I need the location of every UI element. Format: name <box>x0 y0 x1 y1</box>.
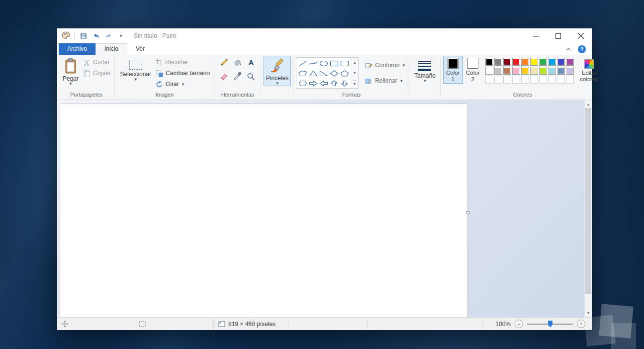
color2-swatch <box>467 58 478 69</box>
fill-tool-button[interactable] <box>231 58 244 67</box>
gallery-more-button[interactable]: ▾ <box>351 78 358 88</box>
help-button[interactable]: ? <box>578 45 586 53</box>
edit-colors-button[interactable]: Editar colores <box>576 56 602 84</box>
close-button[interactable] <box>569 28 592 43</box>
gallery-scroll-up-button[interactable]: ▴ <box>351 58 358 68</box>
palette-swatch-empty[interactable] <box>557 76 565 84</box>
palette-swatch[interactable] <box>530 67 538 75</box>
palette-swatch[interactable] <box>512 58 520 66</box>
save-button[interactable] <box>79 30 89 41</box>
palette-swatch[interactable] <box>494 58 502 66</box>
palette-swatch[interactable] <box>530 58 538 66</box>
palette-swatch[interactable] <box>521 67 529 75</box>
zoom-slider-thumb[interactable] <box>548 321 552 328</box>
palette-swatch-empty[interactable] <box>548 76 556 84</box>
shape-hexagon-button[interactable] <box>297 78 308 88</box>
magnifier-tool-button[interactable] <box>245 72 258 81</box>
vertical-scrollbar-thumb[interactable] <box>585 108 591 294</box>
palette-swatch[interactable] <box>494 67 502 75</box>
customize-quick-access-button[interactable]: ▾ <box>116 30 126 41</box>
shape-line-button[interactable] <box>297 58 308 68</box>
palette-swatch-empty[interactable] <box>512 76 520 84</box>
paste-button[interactable]: Pegar ▾ <box>60 56 81 87</box>
canvas-resize-handle-right[interactable] <box>466 211 469 214</box>
zoom-out-button[interactable]: − <box>515 320 523 328</box>
maximize-button[interactable] <box>547 28 569 43</box>
eraser-tool-button[interactable] <box>218 72 231 81</box>
rotate-button[interactable]: Girar ▾ <box>154 79 212 90</box>
shape-diamond-button[interactable] <box>329 68 339 78</box>
desktop: ▾ Sin título - Paint Archivo Inicio Ver <box>0 0 644 349</box>
shape-arrow-up-button[interactable] <box>329 78 339 88</box>
palette-swatch-empty[interactable] <box>566 76 574 84</box>
palette-swatch-empty[interactable] <box>521 76 529 84</box>
fill-shape-button[interactable]: Rellenar ▾ <box>363 75 407 86</box>
shape-rectangle-button[interactable] <box>329 58 339 68</box>
wallpaper-watermark <box>585 302 640 349</box>
copy-button[interactable]: Copiar <box>81 68 112 79</box>
palette-swatch[interactable] <box>557 58 565 66</box>
palette-swatch[interactable] <box>485 67 493 75</box>
palette-swatch[interactable] <box>566 67 574 75</box>
titlebar[interactable]: ▾ Sin título - Paint <box>57 28 592 43</box>
palette-swatch[interactable] <box>521 58 529 66</box>
outline-button[interactable]: Contorno ▾ <box>363 60 407 71</box>
cut-button[interactable]: Cortar <box>81 57 112 68</box>
gallery-scroll-down-button[interactable]: ▾ <box>351 68 358 79</box>
shape-triangle-button[interactable] <box>308 68 318 78</box>
palette-swatch-empty[interactable] <box>530 76 538 84</box>
palette-swatch[interactable] <box>503 67 511 75</box>
select-button[interactable]: Seleccionar ▾ <box>117 56 154 82</box>
canvas-workspace: ▴ ▾ <box>57 100 592 317</box>
color2-button[interactable]: Color 2 <box>463 56 483 84</box>
shape-arrow-right-button[interactable] <box>308 78 318 88</box>
palette-swatch-empty[interactable] <box>494 76 502 84</box>
shape-curve-button[interactable] <box>308 58 318 68</box>
pencil-tool-button[interactable] <box>218 58 231 67</box>
maximize-icon <box>555 33 561 39</box>
line-thickness-icon <box>418 61 431 71</box>
palette-swatch[interactable] <box>566 58 574 66</box>
scroll-up-button[interactable]: ▴ <box>585 101 592 108</box>
tab-inicio[interactable]: Inicio <box>95 43 127 55</box>
color1-button[interactable]: Color 1 <box>443 56 463 84</box>
zoom-slider[interactable] <box>527 320 573 328</box>
tab-archivo[interactable]: Archivo <box>59 43 95 55</box>
text-tool-button[interactable]: A <box>245 58 258 67</box>
palette-swatch[interactable] <box>485 58 493 66</box>
shape-arrow-down-button[interactable] <box>339 78 350 88</box>
tab-ver[interactable]: Ver <box>127 43 153 55</box>
crop-button[interactable]: Recortar <box>154 57 212 68</box>
redo-button[interactable] <box>103 30 113 41</box>
crop-label: Recortar <box>165 59 188 66</box>
paint-bucket-icon <box>233 58 242 67</box>
vertical-scrollbar[interactable]: ▴ ▾ <box>584 100 592 317</box>
palette-swatch[interactable] <box>548 67 556 75</box>
brushes-button[interactable]: Pinceles ▾ <box>264 56 291 86</box>
shape-polygon-button[interactable] <box>297 68 308 78</box>
palette-swatch[interactable] <box>503 58 511 66</box>
undo-button[interactable] <box>91 30 101 41</box>
shape-rounded-rectangle-button[interactable] <box>339 58 350 68</box>
palette-swatch-empty[interactable] <box>485 76 493 84</box>
scroll-down-button[interactable]: ▾ <box>585 309 592 317</box>
palette-swatch[interactable] <box>548 58 556 66</box>
color-picker-tool-button[interactable] <box>231 72 244 81</box>
drawing-canvas[interactable] <box>60 104 467 317</box>
zoom-in-button[interactable]: + <box>577 320 585 328</box>
size-button[interactable]: Tamaño ▾ <box>412 56 438 84</box>
resize-button[interactable]: Cambiar tamaño <box>154 68 212 79</box>
palette-swatch-empty[interactable] <box>539 76 547 84</box>
palette-swatch[interactable] <box>539 58 547 66</box>
shape-oval-button[interactable] <box>318 58 329 68</box>
palette-swatch[interactable] <box>557 67 565 75</box>
minimize-button[interactable] <box>525 28 547 43</box>
shape-arrow-left-button[interactable] <box>318 78 329 88</box>
shape-pentagon-button[interactable] <box>339 68 350 78</box>
palette-swatch[interactable] <box>539 67 547 75</box>
shape-right-triangle-button[interactable] <box>318 68 329 78</box>
palette-swatch-empty[interactable] <box>503 76 511 84</box>
collapse-ribbon-button[interactable] <box>564 45 573 54</box>
palette-swatch[interactable] <box>512 67 520 75</box>
rotate-icon <box>156 81 163 88</box>
